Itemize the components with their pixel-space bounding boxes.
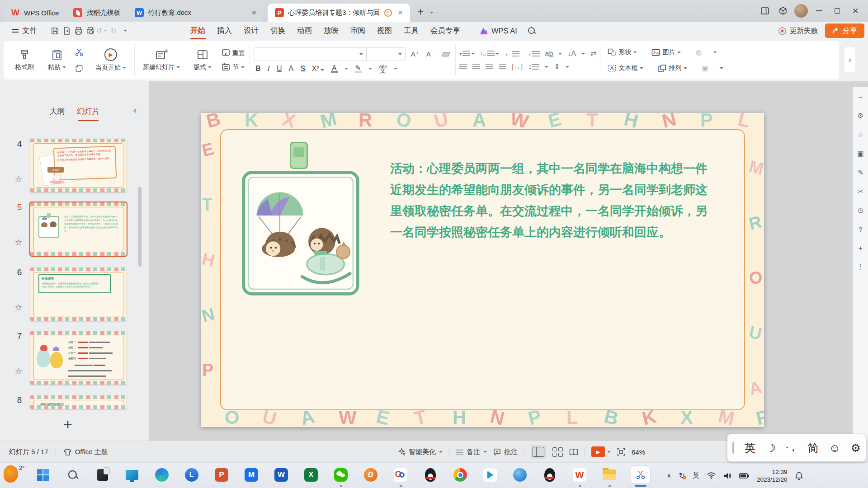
print-icon[interactable]	[72, 25, 84, 37]
section-button[interactable]: 节	[219, 62, 248, 72]
highlight-button[interactable]: ✎	[355, 65, 362, 73]
find-icon[interactable]: ⊙	[858, 206, 863, 215]
superscript-button[interactable]: X²	[312, 65, 324, 73]
update-failed-status[interactable]: 更新失败	[778, 26, 818, 36]
wifi-icon[interactable]	[707, 472, 716, 479]
user-avatar[interactable]	[792, 3, 810, 19]
file-explorer-icon[interactable]	[602, 467, 617, 483]
align-right-button[interactable]	[486, 64, 493, 70]
menu-insert[interactable]: 插入	[211, 22, 238, 40]
italic-button[interactable]: I	[268, 65, 270, 73]
layout-button[interactable]: 版式	[186, 41, 219, 80]
ime-punctuation-toggle[interactable]: ·，	[786, 442, 797, 454]
strikethrough-button[interactable]: A	[288, 65, 293, 73]
undo-button[interactable]: ↺	[96, 25, 108, 37]
hedgehog-illustration[interactable]	[241, 170, 360, 296]
textbox-button[interactable]: A 文本框	[605, 63, 646, 73]
tab-docer-templates[interactable]: 找稻壳模板	[66, 4, 127, 22]
slide-thumbnail-7[interactable]: 任务一： 任务二： 任务三： 任务四：	[30, 331, 127, 385]
shadow-button[interactable]: S	[300, 65, 305, 73]
font-size-select[interactable]	[367, 47, 406, 61]
slides-tab[interactable]: 幻灯片	[77, 106, 100, 121]
fill-color-button[interactable]: ◍	[693, 47, 704, 58]
add-slide-button[interactable]: +	[63, 416, 72, 433]
ime-emoji-icon[interactable]: ☺	[829, 441, 841, 455]
slides-copy-icon[interactable]: ▣	[857, 150, 863, 158]
file-menu[interactable]: 文件	[6, 22, 43, 40]
menu-animation[interactable]: 动画	[291, 22, 318, 40]
save-icon[interactable]	[49, 25, 61, 37]
panel-scrollbar[interactable]	[138, 187, 142, 267]
font-color-button[interactable]: A	[331, 65, 338, 73]
paragraph-settings-button[interactable]: ⇕	[554, 62, 560, 71]
reset-button[interactable]: 重置	[219, 48, 248, 58]
numbering-button[interactable]: 1₂₃	[480, 51, 499, 56]
decrease-indent-button[interactable]: ←	[505, 50, 519, 58]
justify-button[interactable]	[499, 64, 506, 70]
underline-button[interactable]: U	[277, 65, 282, 73]
ime-grip[interactable]	[732, 442, 734, 454]
new-slide-button[interactable]: 新建幻灯片	[137, 41, 186, 80]
autofit-button[interactable]: ⇄	[590, 49, 596, 58]
tab-ppt-doc-active[interactable]: P 心理委员培训专题3：倾听与回 ! ✕	[268, 4, 410, 22]
capcut-like-app-icon[interactable]	[393, 467, 408, 483]
weather-widget[interactable]: 2°	[4, 465, 24, 483]
wps-icon[interactable]: W	[572, 467, 587, 483]
menu-transition[interactable]: 切换	[264, 22, 291, 40]
lenovo-app-icon[interactable]: L	[184, 467, 199, 483]
powerpoint-icon[interactable]: P	[214, 467, 229, 483]
collapse-panel-icon[interactable]: ‹	[134, 105, 137, 115]
fit-screen-button[interactable]	[617, 448, 625, 456]
zoom-level[interactable]: 64%	[632, 448, 645, 456]
slide-star-icon[interactable]: ☆	[12, 237, 25, 248]
new-tab-button[interactable]: +	[417, 5, 424, 18]
tray-expand-icon[interactable]: ∧	[667, 472, 671, 479]
vertical-text-button[interactable]: ↓A	[567, 50, 576, 58]
chrome-icon[interactable]	[453, 467, 468, 483]
arrange-button[interactable]: 排列	[655, 63, 690, 73]
phonetic-guide-button[interactable]: wén文	[379, 65, 387, 73]
normal-view-button[interactable]	[531, 445, 546, 459]
word-icon[interactable]: W	[274, 467, 289, 483]
slide-canvas[interactable]: BKXMROUAWETHNPLOUAWETHNPLBKXMRETHNPMROUA	[201, 113, 764, 427]
tencent-video-icon[interactable]	[482, 467, 498, 483]
close-window-button[interactable]: ✕	[846, 3, 864, 19]
maximize-button[interactable]	[828, 3, 846, 19]
slide-thumbnail-4[interactable]: 知彼解己：在沟通中首先寻求了解对方，然后争取让对方能够了解自己，这是进行有效沟通…	[30, 139, 127, 192]
side-panel-icon[interactable]	[756, 3, 774, 19]
menu-member[interactable]: 会员专享	[425, 22, 466, 40]
menu-tools[interactable]: 工具	[398, 22, 425, 40]
menu-review[interactable]: 审阅	[344, 22, 371, 40]
align-left-button[interactable]	[459, 64, 467, 70]
display-settings-icon[interactable]	[124, 467, 140, 483]
more-tools-icon[interactable]: ⋮	[857, 263, 864, 271]
apps-box-icon[interactable]	[774, 3, 792, 19]
ime-language-toggle[interactable]: 英	[744, 441, 755, 455]
picture-button[interactable]: 图片	[649, 47, 684, 57]
align-center-button[interactable]	[472, 64, 480, 70]
play-from-current-button[interactable]: ▶ 当页开始	[89, 41, 132, 80]
slide-star-icon[interactable]: ☆	[12, 174, 25, 184]
tab-word-doc[interactable]: W 竹行教育.docx	[127, 4, 263, 22]
m-app-icon[interactable]: M	[244, 467, 259, 483]
qq-icon[interactable]	[423, 467, 438, 483]
distribute-button[interactable]: |↔|	[512, 63, 523, 71]
print-preview-icon[interactable]	[84, 25, 96, 37]
increase-font-button[interactable]: A⁺	[409, 48, 421, 60]
frame-button[interactable]: ▣	[699, 62, 711, 74]
font-family-select[interactable]	[254, 47, 367, 61]
line-spacing-button[interactable]: ↕	[528, 63, 539, 71]
comments-button[interactable]: 批注	[493, 448, 518, 456]
edge-browser-icon[interactable]	[154, 467, 170, 483]
notes-button[interactable]: 备注	[456, 448, 487, 456]
slide-thumbnail-5[interactable]: 活动：心理委员两两一组，其中一名同学在脑海中构想一件近期发生的希望能向朋友倾诉的…	[30, 202, 127, 256]
sync-tray-icon[interactable]: ↻	[679, 471, 685, 480]
wechat-icon[interactable]	[333, 467, 349, 483]
tab-list-dropdown[interactable]	[430, 7, 434, 15]
tray-ime-lang[interactable]: 英	[693, 471, 699, 480]
edit-pen-icon[interactable]: ✎	[858, 169, 863, 177]
slide-body-text[interactable]: 活动：心理委员两两一组，其中一名同学在脑海中构想一件近期发生的希望能向朋友倾诉的…	[390, 158, 708, 243]
paste-button[interactable]: 粘贴	[41, 41, 73, 80]
start-button[interactable]	[35, 467, 51, 483]
ribbon-expand-button[interactable]: ›	[844, 47, 855, 72]
